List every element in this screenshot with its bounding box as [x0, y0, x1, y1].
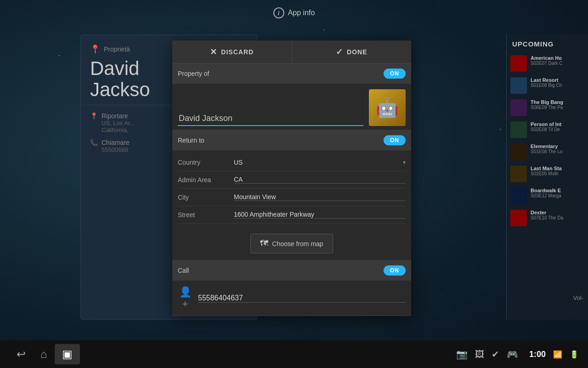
show-episode: S02E07 Dark C: [531, 61, 584, 66]
city-input[interactable]: [234, 193, 406, 201]
add-contact-icon: 👤+: [178, 286, 192, 310]
call-section-header: Call ON: [172, 260, 411, 281]
screenshot-icon: 📷: [456, 349, 468, 360]
list-item: The Big Bang S06E09 The Pa: [507, 97, 588, 119]
home-button[interactable]: ⌂: [33, 344, 55, 364]
top-bar: i App info: [0, 0, 588, 26]
wifi-icon: 📶: [553, 350, 562, 359]
street-field-row: Street: [178, 206, 406, 224]
home-icon: ⌂: [40, 348, 47, 360]
show-episode: S06E09 The Pa: [531, 105, 584, 110]
phone-input[interactable]: [198, 294, 406, 303]
show-title: American Ho: [531, 55, 584, 61]
show-episode: S03E12 Marga: [531, 193, 584, 198]
street-input[interactable]: [234, 211, 406, 218]
nav-icons-right: 📷 🖼 ✔ 🎮 1:00 📶 🔋: [456, 349, 579, 360]
show-info: Last Resort S01E08 Big Ch: [531, 77, 584, 88]
country-value: US: [234, 159, 397, 166]
battery-icon: 🔋: [570, 350, 579, 359]
done-button[interactable]: ✓ DONE: [292, 40, 412, 63]
recents-icon: ▣: [62, 348, 73, 360]
admin-input[interactable]: [234, 176, 406, 184]
upcoming-title: UPCOMING: [507, 38, 588, 52]
property-title: Property of: [178, 70, 209, 77]
return-to-title: Return to: [178, 137, 204, 144]
show-info: Boardwalk E S03E12 Marga: [531, 188, 584, 198]
show-title: Boardwalk E: [531, 188, 584, 193]
list-item: Person of Int S02E08 Til De: [507, 119, 588, 141]
admin-field-row: Admin Area: [178, 171, 406, 189]
name-input[interactable]: [178, 112, 363, 126]
property-toggle[interactable]: ON: [384, 69, 406, 79]
app-info-button[interactable]: i App info: [273, 7, 315, 18]
avatar-image: 🤖: [376, 97, 399, 119]
back-icon: ↩: [17, 348, 26, 360]
show-info: Person of Int S02E08 Til De: [531, 121, 584, 132]
show-info: American Ho S02E07 Dark C: [531, 55, 584, 66]
show-info: The Big Bang S06E09 The Pa: [531, 99, 584, 110]
show-title: Last Resort: [531, 77, 584, 83]
recents-button[interactable]: ▣: [55, 344, 80, 364]
gamepad-icon: 🎮: [507, 349, 518, 360]
show-title: Dexter: [531, 210, 584, 215]
contact-avatar: 🤖: [369, 89, 406, 126]
call-toggle[interactable]: ON: [384, 265, 406, 276]
discard-button[interactable]: ✕ DISCARD: [172, 40, 292, 63]
property-label: Proprietà: [104, 46, 130, 53]
show-episode: S02E05 Moth: [531, 171, 584, 176]
show-episode: S07E10 The Da: [531, 215, 584, 220]
property-section-header: Property of ON: [172, 63, 411, 84]
show-thumbnail: [510, 188, 527, 204]
edit-dialog: ✕ DISCARD ✓ DONE Property of ON 🤖 Return…: [172, 40, 411, 316]
back-button[interactable]: ↩: [9, 344, 33, 364]
done-label: DONE: [347, 48, 367, 56]
dialog-toolbar: ✕ DISCARD ✓ DONE: [172, 40, 411, 63]
list-item: American Ho S02E07 Dark C: [507, 52, 588, 75]
time-display: 1:00: [529, 350, 546, 359]
right-panel: UPCOMING American Ho S02E07 Dark C Last …: [506, 34, 588, 320]
call-title: Call: [178, 267, 189, 274]
country-field-row: Country US ▾: [178, 154, 406, 171]
show-info: Last Man Sta S02E05 Moth: [531, 166, 584, 176]
city-field-row: City: [178, 189, 406, 206]
app-info-label: App info: [288, 9, 315, 17]
show-episode: S01E08 The Lo: [531, 149, 584, 154]
show-thumbnail: [510, 166, 527, 182]
volume-indicator: Vol-: [573, 294, 583, 301]
discard-label: DISCARD: [221, 48, 254, 56]
map-btn-row: 🗺 Choose from map: [172, 227, 411, 260]
list-item: Last Resort S01E08 Big Ch: [507, 75, 588, 97]
show-thumbnail: [510, 121, 527, 138]
app-info-icon: i: [273, 7, 284, 18]
choose-from-map-button[interactable]: 🗺 Choose from map: [250, 234, 333, 253]
tasks-icon: ✔: [492, 349, 499, 360]
show-thumbnail: [510, 77, 527, 94]
country-label: Country: [178, 159, 228, 166]
list-item: Last Man Sta S02E05 Moth: [507, 163, 588, 185]
show-title: The Big Bang: [531, 99, 584, 105]
show-thumbnail: [510, 55, 527, 72]
street-label: Street: [178, 211, 228, 218]
list-item: Elementary S01E08 The Lo: [507, 141, 588, 163]
show-title: Elementary: [531, 144, 584, 149]
gallery-icon: 🖼: [475, 349, 484, 360]
phone-field-row: 👤+: [172, 281, 411, 316]
city-label: City: [178, 194, 228, 201]
show-info: Dexter S07E10 The Da: [531, 210, 584, 220]
done-icon: ✓: [336, 47, 343, 57]
map-btn-label: Choose from map: [272, 240, 323, 247]
show-episode: S02E08 Til De: [531, 127, 584, 132]
dropdown-arrow-icon: ▾: [403, 159, 406, 166]
address-section: Country US ▾ Admin Area City Street: [172, 150, 411, 227]
list-item: Dexter S07E10 The Da: [507, 207, 588, 229]
discard-icon: ✕: [210, 47, 217, 57]
name-input-wrap: [178, 112, 363, 126]
show-episode: S01E08 Big Ch: [531, 83, 584, 88]
name-section: 🤖: [172, 84, 411, 130]
show-thumbnail: [510, 210, 527, 226]
show-thumbnail: [510, 99, 527, 116]
map-icon: 🗺: [260, 239, 268, 248]
return-to-toggle[interactable]: ON: [384, 135, 406, 145]
call-section: Call ON 👤+: [172, 260, 411, 316]
show-info: Elementary S01E08 The Lo: [531, 144, 584, 154]
